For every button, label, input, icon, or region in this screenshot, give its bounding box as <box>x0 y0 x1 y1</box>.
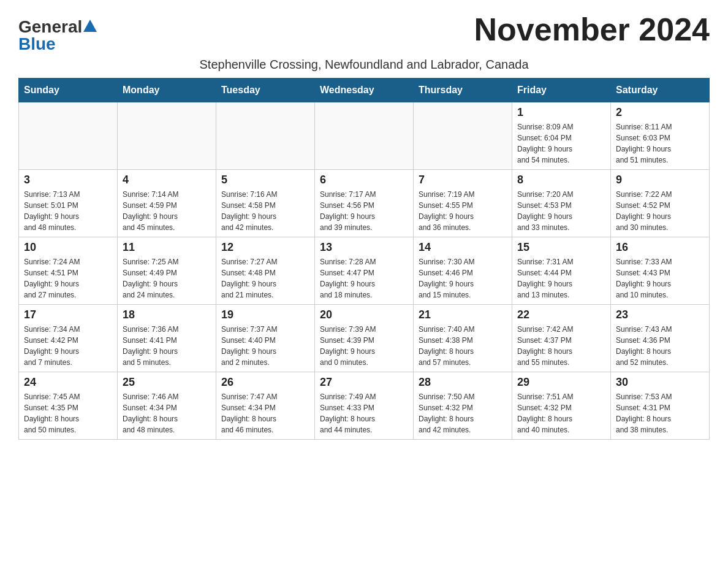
day-number: 24 <box>24 376 112 389</box>
calendar-cell: 18Sunrise: 7:36 AM Sunset: 4:41 PM Dayli… <box>118 305 216 372</box>
day-number: 11 <box>123 241 211 254</box>
day-info: Sunrise: 7:20 AM Sunset: 4:53 PM Dayligh… <box>517 189 605 233</box>
day-info: Sunrise: 7:27 AM Sunset: 4:48 PM Dayligh… <box>221 256 309 301</box>
calendar-cell: 14Sunrise: 7:30 AM Sunset: 4:46 PM Dayli… <box>414 237 512 305</box>
day-number: 4 <box>123 174 211 186</box>
day-info: Sunrise: 7:51 AM Sunset: 4:32 PM Dayligh… <box>517 391 605 435</box>
day-info: Sunrise: 7:31 AM Sunset: 4:44 PM Dayligh… <box>517 256 605 301</box>
day-info: Sunrise: 7:34 AM Sunset: 4:42 PM Dayligh… <box>24 324 112 368</box>
col-header-tuesday: Tuesday <box>216 79 315 102</box>
day-info: Sunrise: 7:46 AM Sunset: 4:34 PM Dayligh… <box>123 391 211 435</box>
logo: General Blue <box>18 18 97 53</box>
calendar-week-2: 3Sunrise: 7:13 AM Sunset: 5:01 PM Daylig… <box>19 170 710 237</box>
calendar-cell <box>118 102 216 170</box>
calendar-header-row: SundayMondayTuesdayWednesdayThursdayFrid… <box>19 79 710 102</box>
calendar-cell: 21Sunrise: 7:40 AM Sunset: 4:38 PM Dayli… <box>414 305 512 372</box>
calendar-cell: 10Sunrise: 7:24 AM Sunset: 4:51 PM Dayli… <box>19 237 118 305</box>
day-info: Sunrise: 7:36 AM Sunset: 4:41 PM Dayligh… <box>123 324 211 368</box>
calendar-cell: 24Sunrise: 7:45 AM Sunset: 4:35 PM Dayli… <box>19 372 118 440</box>
day-info: Sunrise: 7:53 AM Sunset: 4:31 PM Dayligh… <box>616 391 704 435</box>
day-number: 26 <box>221 376 309 389</box>
day-number: 8 <box>517 174 605 186</box>
logo-general-text: General <box>18 18 82 36</box>
calendar-cell: 26Sunrise: 7:47 AM Sunset: 4:34 PM Dayli… <box>216 372 315 440</box>
day-number: 25 <box>123 376 211 389</box>
col-header-sunday: Sunday <box>19 79 118 102</box>
day-number: 2 <box>616 106 704 119</box>
day-number: 28 <box>419 376 507 389</box>
day-number: 22 <box>517 308 605 321</box>
day-number: 23 <box>616 308 704 321</box>
calendar-cell: 23Sunrise: 7:43 AM Sunset: 4:36 PM Dayli… <box>611 305 710 372</box>
logo-icon <box>83 20 97 32</box>
day-info: Sunrise: 8:11 AM Sunset: 6:03 PM Dayligh… <box>616 121 704 166</box>
day-info: Sunrise: 7:16 AM Sunset: 4:58 PM Dayligh… <box>221 189 309 233</box>
day-info: Sunrise: 8:09 AM Sunset: 6:04 PM Dayligh… <box>517 121 605 166</box>
day-number: 18 <box>123 308 211 321</box>
calendar-cell: 17Sunrise: 7:34 AM Sunset: 4:42 PM Dayli… <box>19 305 118 372</box>
logo-blue-text: Blue <box>18 34 56 53</box>
day-number: 29 <box>517 376 605 389</box>
col-header-thursday: Thursday <box>414 79 512 102</box>
calendar-cell: 7Sunrise: 7:19 AM Sunset: 4:55 PM Daylig… <box>414 170 512 237</box>
day-number: 16 <box>616 241 704 254</box>
calendar-cell: 11Sunrise: 7:25 AM Sunset: 4:49 PM Dayli… <box>118 237 216 305</box>
day-number: 6 <box>320 174 408 186</box>
day-info: Sunrise: 7:28 AM Sunset: 4:47 PM Dayligh… <box>320 256 408 301</box>
day-info: Sunrise: 7:39 AM Sunset: 4:39 PM Dayligh… <box>320 324 408 368</box>
day-number: 27 <box>320 376 408 389</box>
day-number: 30 <box>616 376 704 389</box>
col-header-saturday: Saturday <box>611 79 710 102</box>
calendar-cell: 27Sunrise: 7:49 AM Sunset: 4:33 PM Dayli… <box>315 372 414 440</box>
header: General Blue November 2024 <box>18 12 710 53</box>
calendar-cell: 6Sunrise: 7:17 AM Sunset: 4:56 PM Daylig… <box>315 170 414 237</box>
day-info: Sunrise: 7:43 AM Sunset: 4:36 PM Dayligh… <box>616 324 704 368</box>
calendar-cell: 3Sunrise: 7:13 AM Sunset: 5:01 PM Daylig… <box>19 170 118 237</box>
calendar-cell: 4Sunrise: 7:14 AM Sunset: 4:59 PM Daylig… <box>118 170 216 237</box>
day-number: 13 <box>320 241 408 254</box>
day-number: 20 <box>320 308 408 321</box>
day-number: 21 <box>419 308 507 321</box>
calendar-cell <box>216 102 315 170</box>
calendar-week-3: 10Sunrise: 7:24 AM Sunset: 4:51 PM Dayli… <box>19 237 710 305</box>
day-info: Sunrise: 7:14 AM Sunset: 4:59 PM Dayligh… <box>123 189 211 233</box>
day-number: 19 <box>221 308 309 321</box>
calendar-cell: 16Sunrise: 7:33 AM Sunset: 4:43 PM Dayli… <box>611 237 710 305</box>
day-info: Sunrise: 7:13 AM Sunset: 5:01 PM Dayligh… <box>24 189 112 233</box>
calendar-cell <box>19 102 118 170</box>
day-info: Sunrise: 7:19 AM Sunset: 4:55 PM Dayligh… <box>419 189 507 233</box>
calendar-cell <box>414 102 512 170</box>
day-info: Sunrise: 7:50 AM Sunset: 4:32 PM Dayligh… <box>419 391 507 435</box>
calendar-cell: 13Sunrise: 7:28 AM Sunset: 4:47 PM Dayli… <box>315 237 414 305</box>
col-header-friday: Friday <box>512 79 611 102</box>
day-number: 3 <box>24 174 112 186</box>
calendar-cell: 2Sunrise: 8:11 AM Sunset: 6:03 PM Daylig… <box>611 102 710 170</box>
day-info: Sunrise: 7:25 AM Sunset: 4:49 PM Dayligh… <box>123 256 211 301</box>
calendar-cell: 12Sunrise: 7:27 AM Sunset: 4:48 PM Dayli… <box>216 237 315 305</box>
calendar-cell: 22Sunrise: 7:42 AM Sunset: 4:37 PM Dayli… <box>512 305 611 372</box>
day-number: 9 <box>616 174 704 186</box>
svg-marker-0 <box>83 20 97 32</box>
day-number: 1 <box>517 106 605 119</box>
calendar-cell: 30Sunrise: 7:53 AM Sunset: 4:31 PM Dayli… <box>611 372 710 440</box>
day-info: Sunrise: 7:22 AM Sunset: 4:52 PM Dayligh… <box>616 189 704 233</box>
day-info: Sunrise: 7:45 AM Sunset: 4:35 PM Dayligh… <box>24 391 112 435</box>
day-info: Sunrise: 7:47 AM Sunset: 4:34 PM Dayligh… <box>221 391 309 435</box>
calendar-week-5: 24Sunrise: 7:45 AM Sunset: 4:35 PM Dayli… <box>19 372 710 440</box>
calendar-cell: 15Sunrise: 7:31 AM Sunset: 4:44 PM Dayli… <box>512 237 611 305</box>
calendar-cell: 1Sunrise: 8:09 AM Sunset: 6:04 PM Daylig… <box>512 102 611 170</box>
calendar-cell: 8Sunrise: 7:20 AM Sunset: 4:53 PM Daylig… <box>512 170 611 237</box>
month-title: November 2024 <box>474 12 710 47</box>
calendar-cell: 29Sunrise: 7:51 AM Sunset: 4:32 PM Dayli… <box>512 372 611 440</box>
calendar-cell: 28Sunrise: 7:50 AM Sunset: 4:32 PM Dayli… <box>414 372 512 440</box>
calendar-cell: 5Sunrise: 7:16 AM Sunset: 4:58 PM Daylig… <box>216 170 315 237</box>
calendar-cell: 9Sunrise: 7:22 AM Sunset: 4:52 PM Daylig… <box>611 170 710 237</box>
day-info: Sunrise: 7:42 AM Sunset: 4:37 PM Dayligh… <box>517 324 605 368</box>
day-info: Sunrise: 7:49 AM Sunset: 4:33 PM Dayligh… <box>320 391 408 435</box>
day-info: Sunrise: 7:33 AM Sunset: 4:43 PM Dayligh… <box>616 256 704 301</box>
calendar-cell <box>315 102 414 170</box>
calendar-cell: 20Sunrise: 7:39 AM Sunset: 4:39 PM Dayli… <box>315 305 414 372</box>
col-header-wednesday: Wednesday <box>315 79 414 102</box>
day-number: 12 <box>221 241 309 254</box>
day-number: 15 <box>517 241 605 254</box>
